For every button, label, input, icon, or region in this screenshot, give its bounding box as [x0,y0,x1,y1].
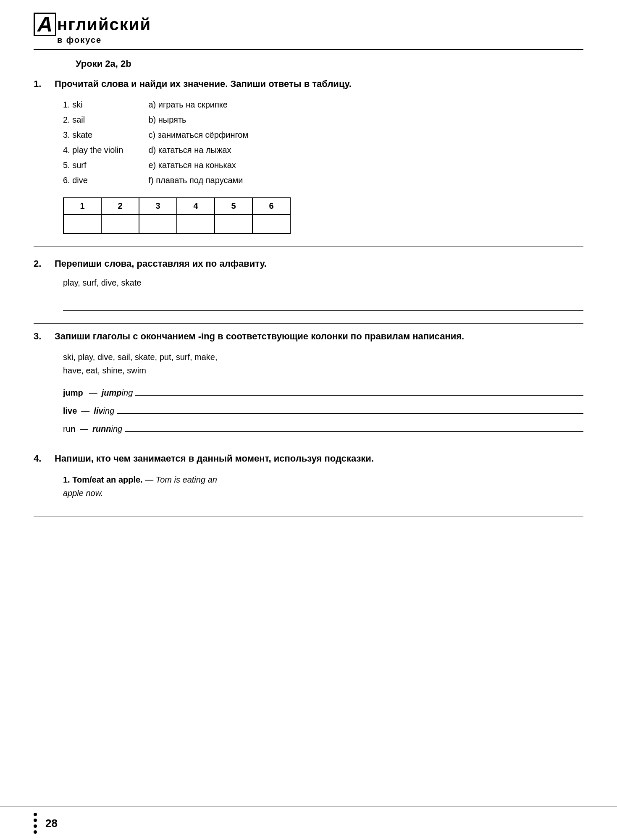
list-item: 3. skate [63,129,123,141]
write-line-1[interactable] [63,296,583,311]
exercise-2-write-area [63,296,583,311]
pattern-line-2: live — living [63,404,583,416]
pattern-1-example: jumping [102,388,133,398]
pattern-2-dash: — [81,406,89,416]
exercise-4: 4. Напиши, кто чем занимается в данный м… [34,452,583,504]
list-item: a) играть на скрипке [148,98,248,111]
exercise-3-content: Запиши глаголы с окончанием -ing в соотв… [55,330,583,440]
exercise-1-number: 1. [34,79,55,234]
exercise-3: 3. Запиши глаголы с окончанием -ing в со… [34,330,583,440]
logo-subtitle: в фокусе [57,35,583,45]
table-header-4: 4 [177,198,215,215]
words-line-1: ski, play, dive, sail, skate, put, surf,… [63,352,218,362]
exercise-2-words: play, surf, dive, skate [63,278,583,288]
exercise-4-content: Напиши, кто чем занимается в данный моме… [55,452,583,504]
page-number: 28 [45,817,58,830]
table-header-1: 1 [63,198,101,215]
pattern-3-example: running [92,424,122,434]
exercise-3-number: 3. [34,331,55,440]
page: А нглийский в фокусе Уроки 2а, 2b 1. Про… [0,0,617,840]
vocab-container: 1. ski 2. sail 3. skate 4. play the viol… [63,98,583,189]
exercise-2: 2. Перепиши слова, расставляя их по алфа… [34,257,583,311]
pattern-2-base: live [63,406,77,416]
lesson-title: Уроки 2а, 2b [76,58,583,69]
footer-dot-1 [34,813,37,816]
footer-dots [34,813,37,834]
footer-dot-2 [34,819,37,822]
example-answer: Tom is eating an [156,475,217,484]
pattern-3-bold: runn [92,424,111,433]
list-item: e) кататься на коньках [148,159,248,171]
pattern-3-underline[interactable] [125,422,583,432]
vocab-words-list: 1. ski 2. sail 3. skate 4. play the viol… [63,98,123,189]
pattern-3-dash: — [80,424,88,434]
exercise-1: 1. Прочитай слова и найди их значение. З… [34,78,583,234]
exercise-3-words: ski, play, dive, sail, skate, put, surf,… [63,350,583,377]
pattern-2-bold: liv [94,406,103,415]
logo: А нглийский в фокусе [34,13,583,45]
footer: 28 [0,806,617,840]
table-header-6: 6 [252,198,290,215]
pattern-2-example: living [94,406,114,416]
list-item: d) кататься на лыжах [148,144,248,156]
table-cell-2[interactable] [101,215,139,234]
exercise-3-title: Запиши глаголы с окончанием -ing в соотв… [55,330,583,343]
list-item: 5. surf [63,159,123,171]
example-prompt: 1. Tom/eat an apple. [63,475,143,484]
table-cell-5[interactable] [215,215,252,234]
footer-dot-4 [34,830,37,834]
list-item: b) нырять [148,113,248,126]
list-item: f) плавать под парусами [148,174,248,186]
list-item: 4. play the violin [63,144,123,156]
exercise-2-number: 2. [34,258,55,311]
table-cell-1[interactable] [63,215,101,234]
list-item: 2. sail [63,113,123,126]
exercise-2-title: Перепиши слова, расставляя их по алфавит… [55,257,583,270]
exercise-2-content: Перепиши слова, расставляя их по алфавит… [55,257,583,311]
table-cell-6[interactable] [252,215,290,234]
logo-letter-a: А [34,13,56,36]
list-item: c) заниматься сёрфингом [148,129,248,141]
table-header-5: 5 [215,198,252,215]
exercise-4-example: 1. Tom/eat an apple. — Tom is eating an … [63,473,583,500]
pattern-3-base: run [63,424,76,434]
header-divider [34,49,583,50]
table-cell-4[interactable] [177,215,215,234]
list-item: 6. dive [63,174,123,186]
pattern-1-base: jump [63,388,83,398]
table-cell-3[interactable] [139,215,177,234]
exercise-1-content: Прочитай слова и найди их значение. Запи… [55,78,583,234]
vocab-meanings-list: a) играть на скрипке b) нырять c) занима… [148,98,248,189]
logo-title: нглийский [57,16,151,33]
pattern-line-1: jump — jumping [63,386,583,398]
section-divider-1 [34,247,583,247]
pattern-1-bold: jump [102,388,122,397]
footer-divider [34,517,583,517]
table-header-3: 3 [139,198,177,215]
pattern-1-underline[interactable] [135,386,583,396]
example-dash: — [145,475,156,484]
pattern-1-dash: — [89,388,97,398]
section-divider-2 [34,323,583,324]
words-line-2: have, eat, shine, swim [63,366,146,375]
example-answer-2: apple now. [63,488,103,498]
table-header-2: 2 [101,198,139,215]
exercise-4-title: Напиши, кто чем занимается в данный моме… [55,452,583,465]
answer-table: 1 2 3 4 5 6 [63,197,291,234]
footer-dot-3 [34,824,37,828]
eating-word: eating [183,475,206,484]
pattern-2-underline[interactable] [117,404,583,414]
exercise-4-number: 4. [34,453,55,504]
exercise-1-title: Прочитай слова и найди их значение. Запи… [55,78,583,91]
pattern-line-3: run — running [63,422,583,434]
list-item: 1. ski [63,98,123,111]
